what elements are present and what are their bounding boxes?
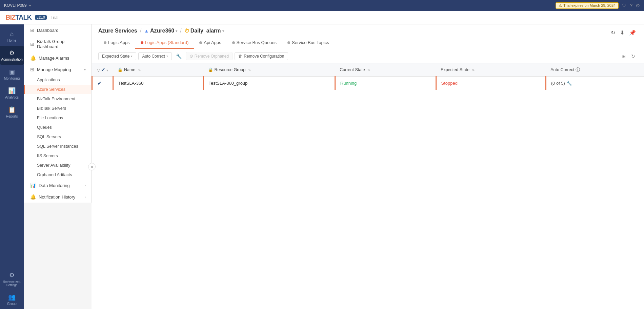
env-settings-icon: ⚙ [9,271,15,279]
sidebar-item-home[interactable]: ⌂ Home [0,27,24,46]
tab-api-apps[interactable]: Api Apps [194,37,226,49]
manage-alarms-icon: 🔔 [30,55,36,61]
nav-manage-alarms[interactable]: 🔔 Manage Alarms [24,52,91,64]
th-expected-state-label: Expected State [441,67,469,72]
group-icon: 👥 [8,293,16,301]
nav-biztalk-servers[interactable]: BizTalk Servers [24,104,91,113]
nav-iis-servers[interactable]: IIS Servers [24,151,91,161]
page-title: Azure Services [98,28,137,34]
sidebar-label-administration: Administration [1,58,22,61]
expected-state-sort-icon[interactable]: ⇅ [472,68,475,72]
sidebar-item-monitoring[interactable]: ▣ Monitoring [0,65,24,84]
nav-orphaned-artifacts-label: Orphaned Artifacts [37,172,72,177]
nav-queues[interactable]: Queues [24,123,91,132]
nav-file-locations-label: File Locations [37,116,63,120]
nav-applications[interactable]: Applications [24,75,91,85]
cloud-icon: ▲ [144,28,149,34]
auto-correct-label: Auto Correct [142,54,165,59]
version-badge: v11.0 [35,15,46,20]
th-filter-icon[interactable]: ▽ [97,68,100,73]
remove-orphaned-button[interactable]: ⊘ Remove Orphaned [186,52,233,60]
topbar-chevron-icon[interactable]: ▾ [29,4,31,7]
sidebar-item-group[interactable]: 👥 Group [0,290,24,309]
sidebar-item-administration[interactable]: ⚙ Administration [0,46,24,65]
collapse-sidebar-button[interactable]: « [88,163,96,170]
th-resource-group-label: Resource Group [214,67,245,72]
th-check-chevron[interactable]: ▾ [106,68,108,72]
tab-logic-apps-standard[interactable]: Logic Apps (Standard) [135,37,194,49]
nav-data-monitoring[interactable]: 📊 Data Monitoring › [24,180,91,191]
dashboard-icon: ⊞ [30,27,34,33]
daily-alarm-breadcrumb[interactable]: ⏱ Daily_alarm ▾ [184,28,224,34]
tab-service-bus-queues[interactable]: Service Bus Queues [227,37,282,49]
nav-sql-servers[interactable]: SQL Servers [24,132,91,142]
notification-history-chevron: › [85,195,86,199]
sidebar-item-analytics[interactable]: 📊 Analytics [0,84,24,103]
nav-biztalk-group-label: BizTalk Group Dashboard [37,39,86,49]
wrench-settings-button[interactable]: 🔧 [174,52,184,60]
help-icon[interactable]: ? [630,3,632,8]
download-button[interactable]: ⬇ [619,28,626,37]
user-icon[interactable]: ⊙ [636,3,640,8]
row-expected-state: Stopped [436,77,546,90]
expected-state-label: Expected State [102,54,129,59]
azure360-breadcrumb[interactable]: ▲ Azure360 ▾ [144,28,177,34]
refresh-button[interactable]: ↻ [609,28,617,37]
expected-state-chevron: ▾ [131,55,133,58]
remove-config-label: Remove Configuration [244,54,284,59]
content-header: Azure Services / ▲ Azure360 ▾ / ⏱ Daily_… [92,24,644,49]
name-sort-icon[interactable]: ⇅ [138,68,141,72]
nav-server-availability[interactable]: Server Availability [24,161,91,170]
th-check-all-icon[interactable]: ✔ [101,67,105,73]
row-auto-correct: (0 of 5) 🔧 [546,77,644,90]
nav-azure-services[interactable]: Azure Services [24,85,91,94]
nav-sql-servers-label: SQL Servers [37,135,61,139]
resource-group-sort-icon[interactable]: ⇅ [248,68,251,72]
pin-button[interactable]: 📌 [628,28,637,37]
administration-icon: ⚙ [9,49,15,57]
nav-sql-server-instances-label: SQL Server Instances [37,144,78,149]
daily-alarm-chevron: ▾ [222,29,224,33]
logic-apps-dot [104,41,106,44]
row-checkbox[interactable]: ✔ [92,77,113,90]
trial-label: Trial [51,15,59,20]
server-name: KOVLTP089 [4,3,26,8]
sidebar-item-environment-settings[interactable]: ⚙ Environment Settings [0,268,24,290]
th-checkbox: ▽ ✔ ▾ [92,63,113,77]
nav-dashboard[interactable]: ⊞ Dashboard [24,24,91,36]
nav-orphaned-artifacts[interactable]: Orphaned Artifacts [24,170,91,180]
tab-logic-apps[interactable]: Logic Apps [98,37,135,49]
expected-state-button[interactable]: Expected State ▾ [98,52,136,60]
nav-notification-history[interactable]: 🔔 Notification History › [24,191,91,203]
logo-biztalk: BIZTALK [5,14,32,21]
auto-correct-chevron: ▾ [166,55,168,58]
api-apps-dot [199,41,202,44]
auto-correct-count: (0 of 5) [551,81,565,86]
logo: BIZTALK v11.0 Trial [5,14,58,21]
current-state-sort-icon[interactable]: ⇅ [367,68,370,72]
heart-icon[interactable]: ♡ [622,3,626,8]
topbar: KOVLTP089 ▾ ⚠ Trial expires on March 29,… [0,0,644,11]
nav-sql-server-instances[interactable]: SQL Server Instances [24,142,91,151]
nav-biztalk-group-dashboard[interactable]: ⊞ BizTalk Group Dashboard [24,36,91,52]
auto-correct-button[interactable]: Auto Correct ▾ [138,52,172,60]
nav-file-locations[interactable]: File Locations [24,113,91,123]
biztalk-group-icon: ⊞ [30,41,34,47]
th-resource-group[interactable]: 🔒 Resource Group ⇅ [203,63,335,77]
manage-mapping-chevron: ▾ [84,68,86,71]
row-wrench-icon[interactable]: 🔧 [566,81,572,86]
data-monitoring-chevron: › [85,184,86,187]
sidebar-item-reports[interactable]: 📋 Reports [0,103,24,122]
tab-service-bus-topics[interactable]: Service Bus Topics [282,37,335,49]
table-row[interactable]: ✔ TestSLA-360 TestSLA-360_group Running … [92,77,644,90]
th-name[interactable]: 🔒 Name ⇅ [113,63,203,77]
th-current-state[interactable]: Current State ⇅ [335,63,436,77]
remove-configuration-button[interactable]: 🗑 Remove Configuration [235,52,288,60]
table-filter-button[interactable]: ⊞ [620,52,628,60]
table-refresh-button[interactable]: ↻ [629,52,637,60]
nav-manage-mapping[interactable]: ⊞ Manage Mapping ▾ [24,64,91,75]
nav-biztalk-environment[interactable]: BizTalk Environment [24,94,91,104]
th-expected-state[interactable]: Expected State ⇅ [436,63,546,77]
sidebar-label-monitoring: Monitoring [4,77,20,80]
breadcrumb-sep1: / [140,28,141,34]
